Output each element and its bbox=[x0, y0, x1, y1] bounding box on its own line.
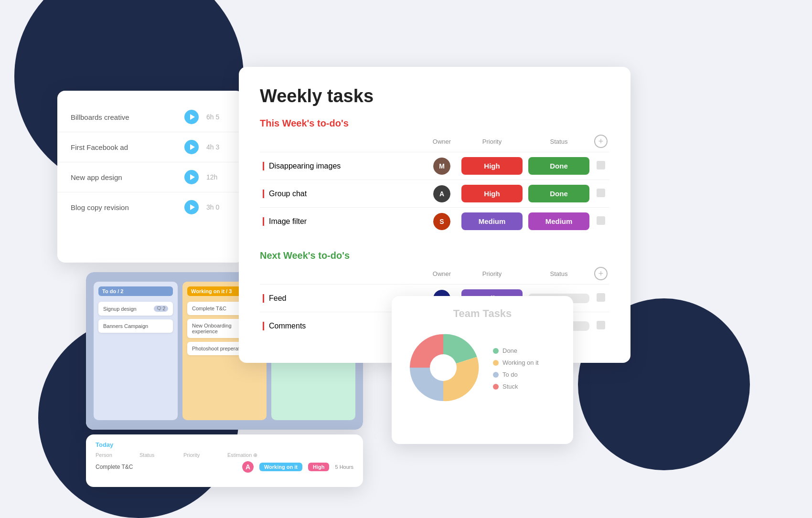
cards-area: Billboards creative 6h 5 First Facebook … bbox=[29, 29, 783, 487]
today-columns: Person Status Priority Estimation ⊕ bbox=[96, 452, 353, 458]
drag-handle[interactable] bbox=[597, 216, 605, 225]
col-header-status: Status bbox=[525, 135, 592, 152]
kanban-col-header-todo: To do / 2 bbox=[98, 286, 173, 296]
drag-handle[interactable] bbox=[597, 293, 605, 302]
status-badge: Working on it bbox=[259, 463, 302, 471]
priority-badge: High bbox=[461, 157, 523, 175]
pie-chart bbox=[405, 329, 481, 408]
team-tasks-card: Team Tasks bbox=[392, 296, 573, 444]
estimation: 5 Hours bbox=[335, 464, 353, 470]
legend-dot-working bbox=[493, 360, 499, 366]
kanban-card-item[interactable]: Banners Campaign bbox=[98, 319, 173, 333]
this-week-table: Owner Priority Status + Disappearing ima… bbox=[260, 135, 609, 235]
task-title: First Facebook ad bbox=[71, 143, 177, 151]
avatar-face: S bbox=[433, 213, 450, 230]
task-time: 3h 0 bbox=[206, 203, 230, 211]
avatar: A bbox=[242, 461, 254, 473]
legend-label-stuck: Stuck bbox=[502, 383, 518, 390]
add-button[interactable]: + bbox=[594, 135, 608, 148]
avatar-face: A bbox=[242, 461, 254, 473]
drag-handle[interactable] bbox=[597, 321, 605, 329]
owner-cell: S bbox=[425, 208, 459, 235]
col-header-owner: Owner bbox=[425, 135, 459, 152]
legend-item-todo: To do bbox=[493, 371, 539, 378]
status-badge: Done bbox=[528, 157, 589, 175]
col-estimation: Estimation ⊕ bbox=[227, 452, 266, 458]
drag-handle-cell bbox=[592, 312, 609, 340]
legend-item-working: Working on it bbox=[493, 359, 539, 366]
task-time: 6h 5 bbox=[206, 113, 230, 121]
drag-handle-cell bbox=[592, 152, 609, 180]
table-row: Disappearing images M High Done bbox=[260, 152, 609, 180]
list-item: Billboards creative 6h 5 bbox=[57, 102, 244, 132]
today-card: Today Person Status Priority Estimation … bbox=[86, 434, 363, 487]
status-cell: Done bbox=[525, 180, 592, 208]
task-name: Disappearing images bbox=[263, 162, 422, 170]
this-week-section-title: This Week's to-do's bbox=[260, 118, 609, 129]
task-name-cell: Group chat bbox=[260, 180, 425, 208]
task-name-cell: Disappearing images bbox=[260, 152, 425, 180]
kanban-badge: 🗨 2 bbox=[154, 306, 168, 312]
legend-item-stuck: Stuck bbox=[493, 383, 539, 390]
pie-area: Done Working on it To do Stuck bbox=[405, 329, 560, 408]
play-button[interactable] bbox=[184, 200, 199, 214]
team-tasks-title: Team Tasks bbox=[405, 307, 560, 320]
drag-handle-cell bbox=[592, 208, 609, 235]
add-button[interactable]: + bbox=[594, 267, 608, 280]
task-title: New app design bbox=[71, 173, 177, 181]
task-name: Group chat bbox=[263, 190, 422, 198]
kanban-column-todo: To do / 2 Signup design 🗨 2 Banners Camp… bbox=[94, 282, 178, 420]
priority-cell: High bbox=[459, 152, 525, 180]
priority-badge: High bbox=[308, 463, 329, 471]
today-task-row: Complete T&C A Working on it High 5 Hour… bbox=[96, 461, 353, 473]
legend-label-done: Done bbox=[502, 347, 517, 354]
legend-dot-todo bbox=[493, 372, 499, 378]
col-status: Status bbox=[139, 452, 178, 458]
table-row: Group chat A High Done bbox=[260, 180, 609, 208]
priority-cell: Medium bbox=[459, 208, 525, 235]
list-item: New app design 12h bbox=[57, 162, 244, 192]
page-title: Weekly tasks bbox=[260, 86, 609, 106]
col-header-owner: Owner bbox=[425, 267, 459, 285]
owner-cell: A bbox=[425, 180, 459, 208]
col-person: Person bbox=[96, 452, 134, 458]
pie-center bbox=[430, 354, 457, 381]
list-item: First Facebook ad 4h 3 bbox=[57, 132, 244, 162]
today-task-name: Complete T&C bbox=[96, 464, 236, 470]
avatar: S bbox=[433, 213, 450, 230]
next-week-section-title: Next Week's to-do's bbox=[260, 250, 609, 261]
legend-label-todo: To do bbox=[502, 371, 518, 378]
legend-item-done: Done bbox=[493, 347, 539, 354]
legend-label-working: Working on it bbox=[502, 359, 539, 366]
priority-badge: High bbox=[461, 185, 523, 202]
tracker-card: Billboards creative 6h 5 First Facebook … bbox=[57, 91, 244, 263]
play-button[interactable] bbox=[184, 110, 199, 124]
drag-handle-cell bbox=[592, 180, 609, 208]
today-header: Today bbox=[96, 441, 353, 448]
task-title: Blog copy revision bbox=[71, 203, 177, 211]
task-title: Billboards creative bbox=[71, 113, 177, 121]
drag-handle-cell bbox=[592, 285, 609, 312]
play-button[interactable] bbox=[184, 170, 199, 184]
list-item: Blog copy revision 3h 0 bbox=[57, 192, 244, 222]
play-button[interactable] bbox=[184, 140, 199, 154]
col-header-task bbox=[260, 135, 425, 152]
table-row: Image filter S Medium Medium bbox=[260, 208, 609, 235]
legend-dot-done bbox=[493, 348, 499, 354]
kanban-card-item[interactable]: Signup design 🗨 2 bbox=[98, 302, 173, 316]
col-header-priority: Priority bbox=[459, 267, 525, 285]
priority-badge: Medium bbox=[461, 212, 523, 230]
col-header-priority: Priority bbox=[459, 135, 525, 152]
col-header-task bbox=[260, 267, 425, 285]
task-name-cell: Image filter bbox=[260, 208, 425, 235]
status-cell: Done bbox=[525, 152, 592, 180]
task-name: Image filter bbox=[263, 217, 422, 226]
pie-legend: Done Working on it To do Stuck bbox=[493, 347, 539, 390]
owner-cell: M bbox=[425, 152, 459, 180]
avatar: A bbox=[433, 185, 450, 202]
drag-handle[interactable] bbox=[597, 189, 605, 197]
drag-handle[interactable] bbox=[597, 161, 605, 169]
kanban-card-title: Complete T&C bbox=[192, 306, 226, 311]
status-badge: Medium bbox=[528, 212, 589, 230]
kanban-card-title: Signup design bbox=[103, 306, 137, 312]
